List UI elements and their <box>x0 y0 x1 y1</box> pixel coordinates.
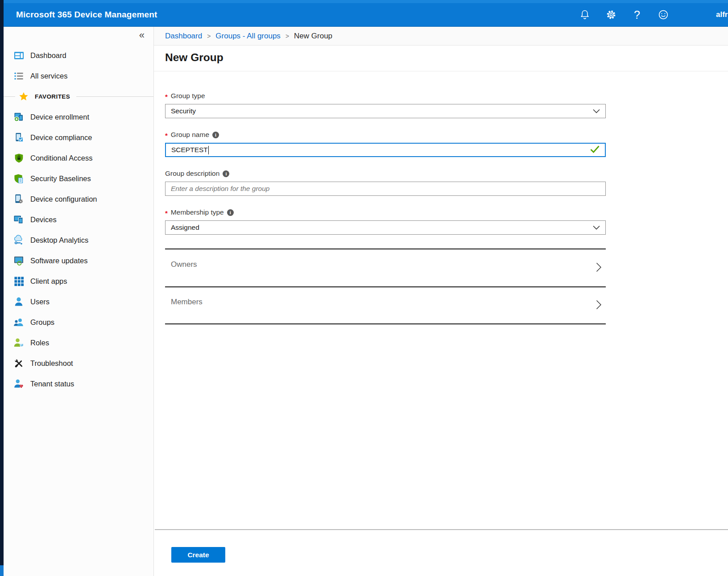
dashboard-icon <box>13 50 24 61</box>
info-icon[interactable]: i <box>212 132 219 138</box>
bell-icon[interactable] <box>579 9 591 21</box>
devices-icon <box>13 214 24 225</box>
sidebar-item-label: Security Baselines <box>30 174 91 183</box>
device-compliance-icon <box>13 132 24 143</box>
group-description-field-group: Group description i Enter a description … <box>165 169 606 196</box>
field-label-text: Group name <box>171 131 209 139</box>
sidebar-item-client-apps[interactable]: Client apps <box>4 271 153 291</box>
membership-type-label: * Membership type i <box>165 208 606 217</box>
sidebar-collapse-button[interactable]: « <box>139 30 145 40</box>
breadcrumb: Dashboard > Groups - All groups > New Gr… <box>154 27 728 46</box>
owners-label: Owners <box>171 260 197 269</box>
sidebar-item-devices[interactable]: Devices <box>4 209 153 230</box>
group-name-input[interactable]: SCEPTEST <box>165 143 606 157</box>
breadcrumb-link-dashboard[interactable]: Dashboard <box>165 32 202 41</box>
sidebar-item-roles[interactable]: Roles <box>4 332 153 353</box>
group-type-dropdown[interactable]: Security <box>165 104 606 118</box>
divider <box>4 96 15 97</box>
membership-type-field-group: * Membership type i Assigned <box>165 208 606 235</box>
footer-divider <box>155 529 728 530</box>
device-configuration-icon <box>13 194 24 204</box>
page: Microsoft 365 Device Management ? alfr <box>0 0 728 576</box>
field-label-text: Group type <box>171 92 205 100</box>
required-marker: * <box>165 93 168 100</box>
sidebar-item-tenant-status[interactable]: Tenant status <box>4 373 153 394</box>
help-icon[interactable]: ? <box>634 8 640 21</box>
favorites-label: FAVORITES <box>35 93 70 100</box>
top-bar: Microsoft 365 Device Management ? alfr <box>4 0 728 27</box>
sidebar-menu: Dashboard All services FAVORITES <box>4 45 153 394</box>
conditional-access-icon <box>13 153 24 163</box>
group-description-label: Group description i <box>165 169 606 178</box>
sidebar-item-label: Client apps <box>30 277 67 286</box>
sidebar-item-dashboard[interactable]: Dashboard <box>4 45 153 66</box>
gear-icon[interactable] <box>605 9 617 21</box>
breadcrumb-current: New Group <box>294 32 332 41</box>
security-baselines-icon <box>13 173 24 184</box>
page-title-block: New Group <box>154 46 728 71</box>
software-updates-icon <box>13 255 24 266</box>
sidebar-item-label: Desktop Analytics <box>30 236 88 244</box>
tenant-status-icon <box>13 378 24 389</box>
info-icon[interactable]: i <box>223 170 229 177</box>
app-title: Microsoft 365 Device Management <box>16 10 157 20</box>
chevron-down-icon <box>593 224 600 232</box>
breadcrumb-link-groups[interactable]: Groups - All groups <box>215 32 281 41</box>
field-label-text: Group description <box>165 170 219 178</box>
sidebar-item-desktop-analytics[interactable]: Desktop Analytics <box>4 230 153 250</box>
member-selector-list: Owners Members <box>165 249 606 324</box>
user-name[interactable]: alfr <box>716 10 728 19</box>
group-type-value: Security <box>171 107 196 115</box>
smiley-feedback-icon[interactable] <box>658 9 669 21</box>
required-marker: * <box>165 132 168 139</box>
sidebar-item-device-compliance[interactable]: Device compliance <box>4 127 153 148</box>
groups-icon <box>13 317 24 327</box>
sidebar-item-software-updates[interactable]: Software updates <box>4 250 153 271</box>
chevron-right-icon <box>596 262 601 274</box>
sidebar-item-device-configuration[interactable]: Device configuration <box>4 189 153 209</box>
troubleshoot-icon <box>13 358 24 369</box>
all-services-icon <box>13 70 24 81</box>
text-cursor <box>208 146 209 154</box>
sidebar-item-security-baselines[interactable]: Security Baselines <box>4 168 153 189</box>
users-icon <box>13 296 24 307</box>
group-description-input[interactable]: Enter a description for the group <box>165 182 606 196</box>
sidebar-item-all-services[interactable]: All services <box>4 66 153 86</box>
field-label-text: Membership type <box>171 208 224 216</box>
info-icon[interactable]: i <box>227 209 234 216</box>
sidebar-item-label: Groups <box>30 318 54 327</box>
group-name-field-group: * Group name i SCEPTEST <box>165 130 606 157</box>
breadcrumb-separator: > <box>207 33 211 40</box>
favorites-section-header: FAVORITES <box>4 86 153 107</box>
sidebar-item-label: All services <box>30 72 67 80</box>
sidebar-item-users[interactable]: Users <box>4 291 153 312</box>
sidebar-item-label: Device configuration <box>30 195 97 203</box>
sidebar-item-label: Troubleshoot <box>30 359 73 368</box>
sidebar-item-label: Device compliance <box>30 133 92 142</box>
sidebar-item-label: Device enrollment <box>30 113 89 121</box>
sidebar-item-label: Roles <box>30 339 49 347</box>
group-description-placeholder: Enter a description for the group <box>171 185 269 193</box>
sidebar-item-device-enrollment[interactable]: Device enrollment <box>4 107 153 127</box>
sidebar-item-groups[interactable]: Groups <box>4 312 153 332</box>
sidebar-item-label: Software updates <box>30 257 87 265</box>
divider <box>76 96 153 97</box>
main-content: Dashboard > Groups - All groups > New Gr… <box>154 27 728 576</box>
sidebar-item-label: Dashboard <box>30 51 66 60</box>
star-icon <box>18 91 29 102</box>
breadcrumb-separator: > <box>285 33 289 40</box>
page-title: New Group <box>165 51 728 64</box>
membership-type-dropdown[interactable]: Assigned <box>165 220 606 235</box>
left-strip-bottom-accent <box>0 565 4 576</box>
sidebar-item-conditional-access[interactable]: Conditional Access <box>4 148 153 168</box>
valid-check-icon <box>590 145 600 155</box>
sidebar-item-troubleshoot[interactable]: Troubleshoot <box>4 353 153 373</box>
desktop-analytics-icon <box>13 235 24 245</box>
owners-row[interactable]: Owners <box>165 249 606 286</box>
create-button[interactable]: Create <box>171 547 225 563</box>
client-apps-icon <box>13 276 24 286</box>
new-group-form: * Group type Security * Group name i <box>165 71 606 324</box>
sidebar-item-label: Users <box>30 298 50 306</box>
device-enrollment-icon <box>13 112 24 122</box>
members-row[interactable]: Members <box>165 286 606 324</box>
